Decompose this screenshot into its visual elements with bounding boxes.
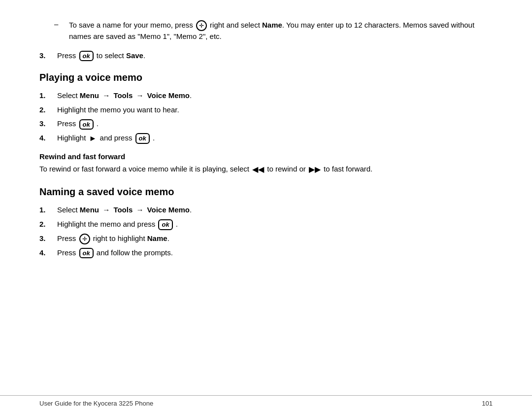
- fast-forward-icon: ▶▶: [309, 164, 321, 175]
- playing-step-4: 4. Highlight ► and press ok .: [39, 133, 493, 144]
- arrow-icon: →: [136, 91, 143, 100]
- intro-bold-name: Name: [262, 21, 282, 29]
- name-bold: Name: [147, 234, 167, 242]
- tools-bold: Tools: [113, 91, 133, 100]
- nav-button-icon: [79, 234, 90, 244]
- step-number: 4.: [39, 247, 57, 259]
- arrow-icon: →: [136, 206, 143, 214]
- step-text: Highlight the memo you want to hear.: [57, 104, 179, 116]
- voicememo-bold: Voice Memo: [147, 91, 190, 100]
- step-text: Press right to highlight Name.: [57, 233, 169, 244]
- ok-button-icon: ok: [79, 248, 94, 259]
- menu-bold: Menu: [80, 206, 99, 214]
- step-text: Select Menu → Tools → Voice Memo.: [57, 205, 192, 216]
- playing-steps-list: 1. Select Menu → Tools → Voice Memo. 2. …: [39, 90, 493, 144]
- page-content: – To save a name for your memo, press ri…: [0, 0, 532, 293]
- arrow-icon: →: [102, 91, 110, 100]
- step-number: 2.: [39, 219, 57, 230]
- footer-right: 101: [482, 400, 493, 407]
- ok-button-icon: ok: [79, 119, 94, 130]
- naming-step-2: 2. Highlight the memo and press ok .: [39, 219, 493, 230]
- voicememo-bold: Voice Memo: [147, 206, 190, 214]
- save-step-3: 3. Press ok to select Save.: [39, 50, 493, 62]
- save-steps-list: 3. Press ok to select Save.: [39, 50, 493, 62]
- naming-steps-list: 1. Select Menu → Tools → Voice Memo. 2. …: [39, 205, 493, 258]
- naming-step-3: 3. Press right to highlight Name.: [39, 233, 493, 244]
- rewind-section-title: Rewind and fast forward: [39, 152, 493, 161]
- step-number: 3.: [39, 50, 57, 62]
- ok-button-icon: ok: [79, 51, 94, 62]
- naming-step-4: 4. Press ok and follow the prompts.: [39, 247, 493, 259]
- rewind-paragraph: To rewind or fast forward a voice memo w…: [39, 164, 493, 175]
- arrow-icon: →: [102, 206, 110, 214]
- footer-left: User Guide for the Kyocera 3225 Phone: [39, 400, 153, 407]
- ok-button-icon: ok: [135, 133, 150, 144]
- tools-bold: Tools: [113, 206, 133, 214]
- rewind-icon: ◀◀: [252, 164, 264, 175]
- step-number: 1.: [39, 90, 57, 102]
- playing-step-1: 1. Select Menu → Tools → Voice Memo.: [39, 90, 493, 102]
- menu-bold: Menu: [80, 91, 99, 100]
- step-number: 3.: [39, 233, 57, 244]
- step-text: Press ok to select Save.: [57, 50, 145, 62]
- intro-bullet: – To save a name for your memo, press ri…: [39, 20, 493, 42]
- intro-bullet-content: To save a name for your memo, press righ…: [69, 20, 493, 42]
- save-bold: Save: [126, 51, 143, 60]
- step-text: Select Menu → Tools → Voice Memo.: [57, 90, 192, 102]
- step-text: Press ok .: [57, 118, 99, 130]
- page-footer: User Guide for the Kyocera 3225 Phone 10…: [0, 395, 532, 411]
- naming-step-1: 1. Select Menu → Tools → Voice Memo.: [39, 205, 493, 216]
- step-number: 3.: [39, 118, 57, 130]
- step-number: 1.: [39, 205, 57, 216]
- step-text: Highlight ► and press ok .: [57, 133, 155, 144]
- playing-step-2: 2. Highlight the memo you want to hear.: [39, 104, 493, 116]
- step-number: 4.: [39, 133, 57, 144]
- playing-step-3: 3. Press ok .: [39, 118, 493, 130]
- step-number: 2.: [39, 104, 57, 116]
- nav-button-icon: [196, 20, 207, 31]
- naming-section-title: Naming a saved voice memo: [39, 186, 493, 198]
- bullet-dash: –: [54, 20, 69, 42]
- play-arrow-icon: ►: [89, 133, 97, 144]
- ok-button-icon: ok: [158, 219, 172, 230]
- step-text: Highlight the memo and press ok .: [57, 219, 178, 230]
- step-text: Press ok and follow the prompts.: [57, 247, 173, 259]
- playing-section-title: Playing a voice memo: [39, 72, 493, 83]
